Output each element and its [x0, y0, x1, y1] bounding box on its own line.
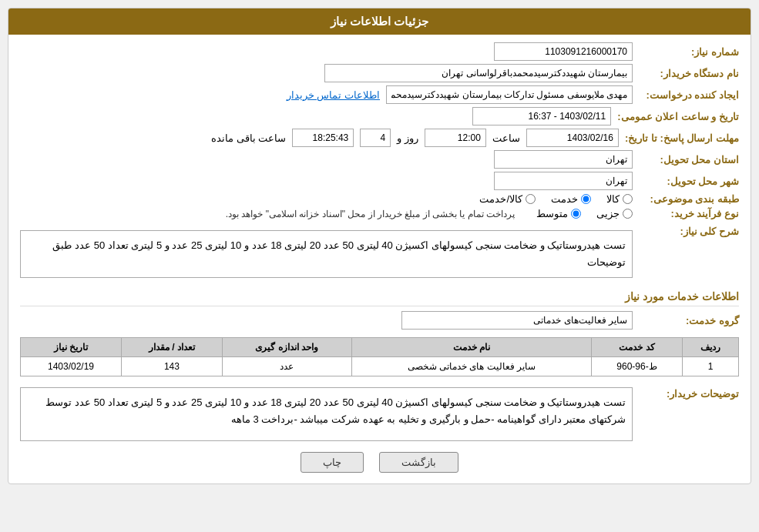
- cell-row: 1: [682, 357, 738, 376]
- radio-khedmat-input[interactable]: [581, 194, 591, 204]
- service-group-label: گروه خدمت:: [639, 315, 739, 326]
- province-input: [494, 150, 633, 169]
- cell-code: ط-96-960: [592, 357, 683, 376]
- general-desc-label: شرح کلی نیاز:: [639, 226, 739, 237]
- cell-quantity: 143: [121, 357, 222, 376]
- city-input: [494, 172, 633, 190]
- col-name: نام خدمت: [351, 338, 592, 357]
- buyer-notes-box: تست هیدروستاتیک و ضخامت سنجی کیسولهای اک…: [20, 387, 633, 441]
- buyer-org-label: نام دستگاه خریدار:: [639, 68, 739, 79]
- col-code: کد خدمت: [592, 338, 683, 357]
- radio-mottavaset-label: متوسط: [536, 208, 568, 219]
- radio-khedmat-label: خدمت: [551, 193, 578, 205]
- response-remain-input: [292, 129, 354, 147]
- response-date-input: [526, 129, 619, 147]
- services-section-title: اطلاعات خدمات مورد نیاز: [20, 290, 739, 306]
- radio-mottavaset-input[interactable]: [571, 209, 581, 219]
- purchase-type-radio-group: جزیی متوسط پرداخت تمام یا بخشی از مبلغ خ…: [226, 208, 633, 219]
- response-days-input: [360, 129, 391, 147]
- radio-kala-label: کالا: [606, 193, 620, 205]
- page-title: جزئیات اطلاعات نیاز: [8, 8, 751, 35]
- need-number-input: [494, 42, 633, 61]
- col-unit: واحد اندازه گیری: [222, 338, 351, 357]
- category-label: طبقه بندی موضوعی:: [639, 193, 739, 205]
- col-qty: تعداد / مقدار: [121, 338, 222, 357]
- button-row: بازگشت چاپ: [20, 452, 739, 473]
- purchase-type-label: نوع فرآیند خرید:: [639, 208, 739, 219]
- city-label: شهر محل تحویل:: [639, 176, 739, 187]
- radio-jozi[interactable]: جزیی: [596, 208, 633, 219]
- cell-date: 1403/02/19: [21, 357, 122, 376]
- response-remain-label: ساعت باقی مانده: [211, 132, 286, 144]
- purchase-type-notice: پرداخت تمام یا بخشی از مبلغ خریدار از مح…: [226, 209, 515, 219]
- table-row: 1ط-96-960سایر فعالیت های خدماتی شخصیعدد1…: [21, 357, 739, 376]
- radio-khedmat[interactable]: خدمت: [551, 193, 591, 205]
- cell-name: سایر فعالیت های خدماتی شخصی: [351, 357, 592, 376]
- category-radio-group: کالا خدمت کالا/خدمت: [479, 193, 633, 205]
- province-label: استان محل تحویل:: [639, 154, 739, 166]
- services-table: ردیف کد خدمت نام خدمت واحد اندازه گیری ت…: [20, 337, 739, 376]
- response-days-label: روز و: [397, 132, 418, 144]
- col-row: ردیف: [682, 338, 738, 357]
- announce-date-label: تاریخ و ساعت اعلان عمومی:: [617, 111, 739, 122]
- announce-date-input: [472, 107, 611, 125]
- back-button[interactable]: بازگشت: [379, 452, 458, 473]
- col-date: تاریخ نیاز: [21, 338, 122, 357]
- response-time-input: [425, 129, 486, 147]
- radio-kala[interactable]: کالا: [606, 193, 633, 205]
- cell-unit: عدد: [222, 357, 351, 376]
- services-table-section: ردیف کد خدمت نام خدمت واحد اندازه گیری ت…: [20, 337, 739, 376]
- general-desc-box: تست هیدروستاتیک و ضخامت سنجی کیسولهای اک…: [20, 230, 633, 278]
- radio-jozi-input[interactable]: [623, 209, 633, 219]
- radio-jozi-label: جزیی: [596, 208, 620, 219]
- radio-kala-khedmat[interactable]: کالا/خدمت: [479, 193, 536, 205]
- radio-kala-khedmat-label: کالا/خدمت: [479, 193, 522, 205]
- print-button[interactable]: چاپ: [301, 452, 364, 473]
- response-deadline-label: مهلت ارسال پاسخ: تا تاریخ:: [625, 132, 739, 144]
- creator-label: ایجاد کننده درخواست:: [639, 89, 739, 101]
- service-group-input: [401, 311, 633, 330]
- radio-kala-input[interactable]: [623, 194, 633, 204]
- radio-kala-khedmat-input[interactable]: [526, 194, 536, 204]
- radio-mottavaset[interactable]: متوسط: [536, 208, 581, 219]
- creator-contact-link[interactable]: اطلاعات تماس خریدار: [287, 89, 380, 101]
- creator-input: [386, 85, 633, 104]
- response-time-label: ساعت: [492, 132, 520, 144]
- buyer-notes-label: توضیحات خریدار:: [639, 384, 739, 400]
- buyer-org-input: [324, 64, 633, 82]
- need-number-label: شماره نیاز:: [639, 46, 739, 58]
